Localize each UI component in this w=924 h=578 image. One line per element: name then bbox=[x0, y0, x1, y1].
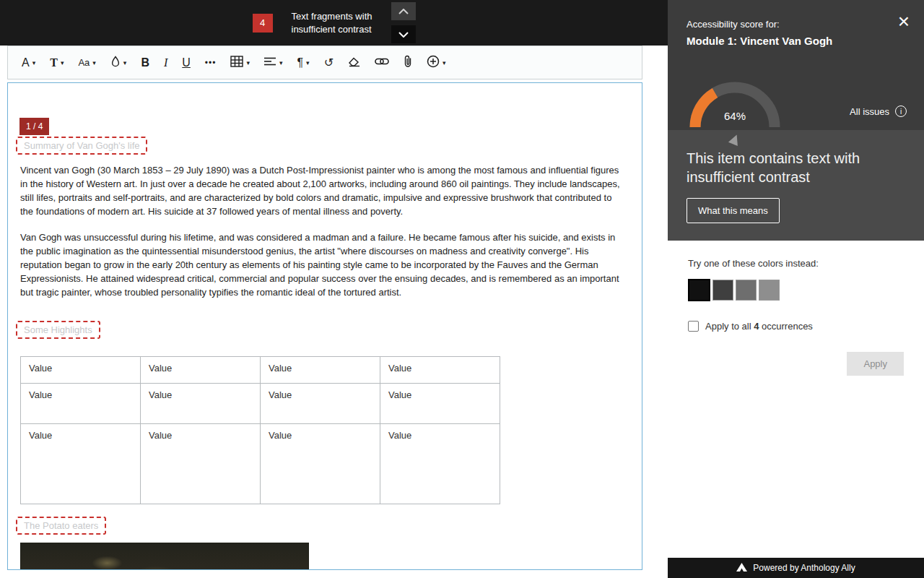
more-options-button[interactable]: ••• bbox=[199, 53, 223, 72]
clear-formatting-button[interactable] bbox=[341, 53, 367, 73]
text-size-icon: Aa bbox=[78, 57, 90, 69]
bold-icon: B bbox=[141, 57, 149, 69]
undo-button[interactable]: ↺ bbox=[318, 53, 340, 72]
color-swatch-dark-gray[interactable] bbox=[712, 280, 733, 301]
apply-row: Apply bbox=[688, 352, 904, 376]
editor-content[interactable]: 1 / 4 Summary of Van Gogh's life Vincent… bbox=[7, 82, 642, 570]
close-panel-button[interactable]: × bbox=[898, 13, 910, 30]
table-cell[interactable]: Value bbox=[141, 384, 261, 424]
chevron-up-icon bbox=[398, 6, 409, 17]
chevron-down-icon: ▾ bbox=[306, 59, 310, 66]
issue-label: Text fragments with insufficient contras… bbox=[292, 10, 372, 36]
all-issues-label: All issues bbox=[850, 106, 889, 117]
editor-toolbar: A ▾ T ▾ Aa ▾ ▾ B I bbox=[7, 46, 642, 79]
panel-header: × Accessibility score for: Module 1: Vin… bbox=[668, 0, 924, 130]
highlight-color-icon bbox=[110, 56, 121, 70]
table-cell[interactable]: Value bbox=[380, 384, 500, 424]
align-button[interactable]: ▾ bbox=[258, 53, 289, 72]
link-icon bbox=[375, 57, 389, 68]
content-table: Value Value Value Value Value Value Valu… bbox=[20, 356, 500, 504]
insert-content-button[interactable]: ▾ bbox=[420, 51, 453, 74]
suggestion-label: Try one of these colors instead: bbox=[688, 258, 904, 269]
font-button[interactable]: T ▾ bbox=[43, 53, 70, 72]
heading-potato-eaters-fragment[interactable]: The Potato eaters bbox=[16, 517, 106, 535]
anthology-logo-icon bbox=[736, 563, 747, 574]
heading-highlights-fragment[interactable]: Some Highlights bbox=[16, 321, 100, 339]
potato-eaters-image bbox=[20, 543, 309, 570]
table-cell[interactable]: Value bbox=[261, 384, 380, 424]
fragment-counter-badge: 1 / 4 bbox=[19, 118, 49, 135]
table-row: Value Value Value Value bbox=[21, 357, 500, 384]
attachment-button[interactable] bbox=[397, 51, 419, 74]
apply-all-row[interactable]: Apply to all 4 occurrences bbox=[688, 321, 904, 332]
editor-pane: 4 Text fragments with insufficient contr… bbox=[0, 0, 668, 578]
text-size-button[interactable]: Aa ▾ bbox=[71, 53, 102, 72]
table-button[interactable]: ▾ bbox=[224, 52, 256, 73]
apply-all-checkbox[interactable] bbox=[688, 321, 699, 332]
ally-accessibility-panel: × Accessibility score for: Module 1: Vin… bbox=[668, 0, 924, 578]
paragraph-icon: ¶ bbox=[297, 57, 304, 69]
chevron-down-icon: ▾ bbox=[92, 59, 96, 66]
table-cell[interactable]: Value bbox=[21, 384, 141, 424]
chevron-down-icon: ▾ bbox=[443, 59, 446, 66]
paperclip-icon bbox=[404, 55, 412, 70]
color-swatch-gray[interactable] bbox=[736, 280, 757, 301]
italic-icon: I bbox=[164, 57, 167, 69]
what-this-means-button[interactable]: What this means bbox=[687, 198, 780, 223]
table-cell[interactable]: Value bbox=[380, 424, 500, 504]
apply-all-label: Apply to all 4 occurrences bbox=[705, 321, 813, 332]
bold-button[interactable]: B bbox=[134, 53, 156, 72]
table-row: Value Value Value Value bbox=[21, 424, 500, 504]
color-swatch-light-gray[interactable] bbox=[759, 280, 780, 301]
color-swatch-black[interactable] bbox=[688, 279, 710, 301]
table-cell[interactable]: Value bbox=[21, 357, 141, 384]
chevron-down-icon bbox=[398, 29, 409, 40]
issue-navigation bbox=[391, 2, 416, 43]
heading-summary-fragment[interactable]: Summary of Van Gogh's life bbox=[16, 137, 147, 155]
score-label: Accessibility score for: bbox=[687, 19, 907, 30]
issue-count-badge: 4 bbox=[253, 14, 273, 33]
paragraph-van-gogh-legacy: Van Gogh was unsuccessful during his lif… bbox=[20, 230, 620, 299]
chevron-down-icon: ▾ bbox=[32, 59, 36, 66]
text-color-icon: A bbox=[22, 57, 30, 69]
chevron-down-icon: ▾ bbox=[61, 59, 64, 66]
undo-icon: ↺ bbox=[324, 57, 334, 69]
info-icon[interactable]: i bbox=[895, 105, 907, 117]
paragraph-format-button[interactable]: ¶ ▾ bbox=[291, 53, 316, 72]
table-icon bbox=[230, 56, 243, 69]
chevron-down-icon: ▾ bbox=[246, 59, 250, 66]
gauge-needle-icon bbox=[728, 133, 741, 146]
underline-button[interactable]: U bbox=[175, 53, 197, 72]
highlight-color-button[interactable]: ▾ bbox=[104, 52, 134, 74]
table-cell[interactable]: Value bbox=[380, 357, 500, 384]
previous-issue-button[interactable] bbox=[391, 2, 416, 20]
italic-button[interactable]: I bbox=[157, 53, 174, 72]
eraser-icon bbox=[348, 56, 360, 69]
plus-circle-icon bbox=[427, 55, 440, 70]
paragraph-van-gogh-intro: Vincent van Gogh (30 March 1853 – 29 Jul… bbox=[20, 163, 620, 218]
chevron-down-icon: ▾ bbox=[279, 59, 283, 66]
table-row: Value Value Value Value bbox=[21, 384, 500, 424]
editor-container: A ▾ T ▾ Aa ▾ ▾ B I bbox=[0, 46, 668, 578]
issue-label-line1: Text fragments with bbox=[292, 10, 372, 23]
align-icon bbox=[264, 57, 276, 68]
more-options-icon: ••• bbox=[205, 57, 217, 69]
chevron-down-icon: ▾ bbox=[123, 59, 127, 66]
footer-text: Powered by Anthology Ally bbox=[753, 563, 855, 573]
table-cell[interactable]: Value bbox=[141, 357, 261, 384]
apply-button[interactable]: Apply bbox=[847, 352, 904, 376]
all-issues-link[interactable]: All issues i bbox=[850, 105, 907, 117]
issue-label-line2: insufficient contrast bbox=[292, 23, 372, 36]
table-cell[interactable]: Value bbox=[261, 424, 380, 504]
table-cell[interactable]: Value bbox=[261, 357, 380, 384]
table-cell[interactable]: Value bbox=[21, 424, 141, 504]
module-title: Module 1: Vincent Van Gogh bbox=[687, 35, 907, 47]
next-issue-button[interactable] bbox=[391, 25, 416, 43]
issue-description: This item contains text with insufficien… bbox=[687, 149, 881, 186]
text-color-button[interactable]: A ▾ bbox=[15, 53, 42, 72]
table-cell[interactable]: Value bbox=[141, 424, 261, 504]
underline-icon: U bbox=[182, 57, 191, 69]
link-button[interactable] bbox=[368, 53, 396, 72]
contrast-issues-topbar: 4 Text fragments with insufficient contr… bbox=[0, 0, 668, 46]
color-swatches bbox=[688, 280, 904, 301]
